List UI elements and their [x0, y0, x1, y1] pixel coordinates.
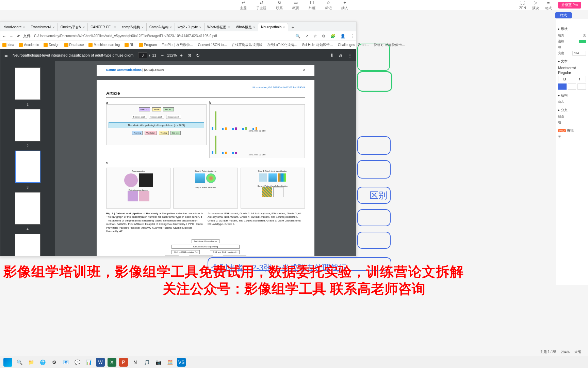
bookmark-item[interactable]: Idea — [2, 43, 14, 47]
bookmark-item[interactable]: FooPlot | 在线数学… — [162, 43, 193, 47]
tool-zen[interactable]: ⛶ZEN — [519, 0, 526, 10]
taskbar-app[interactable]: X — [108, 358, 116, 367]
page-input[interactable] — [138, 52, 147, 58]
browser-tab[interactable]: What-概览× — [233, 23, 258, 31]
bookmark-item[interactable]: 价格对 感知价值卡… — [374, 43, 405, 47]
thumbnail-selected[interactable] — [15, 151, 40, 183]
browser-tab[interactable]: Onekey平台V× — [58, 23, 88, 31]
star-icon[interactable]: ☆ — [313, 34, 317, 39]
taskbar-app[interactable]: 🌐 — [38, 358, 47, 367]
browser-tab[interactable]: key2 - Jupyte× — [175, 23, 205, 31]
taskbar-app[interactable]: 🧮 — [165, 358, 174, 367]
reload-button[interactable]: ⟳ — [17, 34, 20, 38]
tool-boundary[interactable]: ☐外框 — [309, 0, 315, 11]
taskbar-app[interactable]: 📊 — [84, 358, 93, 367]
back-button[interactable]: ← — [2, 34, 6, 38]
align-center-button[interactable] — [568, 83, 576, 90]
style-tab[interactable]: 样式 — [555, 12, 572, 18]
browser-tab[interactable]: What-特征图× — [205, 23, 233, 31]
bookmark-item[interactable]: Database — [64, 43, 84, 47]
close-icon[interactable]: × — [114, 25, 116, 29]
pdf-content[interactable]: Nature Communications | (2023)14:6359 2 … — [55, 61, 356, 256]
print-button[interactable]: 🖨 — [339, 53, 343, 58]
pdf-menu-button[interactable]: ⋮ — [348, 53, 352, 58]
taskbar-app[interactable]: 📧 — [61, 358, 70, 367]
sidebar-toggle-icon[interactable]: ☰ — [4, 53, 8, 58]
bookmark-item[interactable]: Program — [139, 43, 157, 47]
tool-format[interactable]: ≡格式 — [545, 0, 552, 11]
share-icon[interactable]: ↗ — [305, 34, 309, 39]
bookmark-item[interactable]: Sci-Hub: 将知识带… — [302, 43, 333, 47]
stroke-swatch[interactable] — [579, 40, 586, 43]
tool-marker[interactable]: ☆标记 — [325, 0, 332, 11]
browser-tab[interactable]: comp2-结构× — [119, 23, 147, 31]
browser-tab[interactable]: Comp2-结构× — [147, 23, 175, 31]
close-icon[interactable]: × — [83, 25, 85, 29]
browser-tab[interactable]: CANCER CEL× — [88, 23, 119, 31]
taskbar-app[interactable]: 💬 — [73, 358, 82, 367]
browser-tab[interactable]: cloud-share× — [1, 23, 28, 31]
close-icon[interactable]: × — [23, 25, 25, 29]
thumbnail[interactable] — [15, 234, 40, 256]
download-button[interactable]: ⬇ — [330, 53, 334, 58]
tool-summary[interactable]: ▭概要 — [292, 0, 299, 11]
fit-icon[interactable]: ⊡ — [187, 53, 191, 58]
taskbar-app[interactable]: ⚙ — [50, 358, 59, 367]
thumbnail[interactable] — [15, 192, 40, 225]
canvas-node-blue[interactable] — [357, 209, 391, 226]
bold-button[interactable]: B — [558, 76, 571, 82]
bookmark-item[interactable]: MachineLearning — [88, 43, 120, 47]
canvas-node-blue[interactable] — [357, 232, 391, 249]
thumbnail-panel[interactable]: 1 2 3 4 5 — [0, 61, 55, 256]
close-icon[interactable]: × — [142, 25, 144, 29]
bookmark-item[interactable]: 在线LaTeX公式编… — [267, 43, 297, 47]
align-right-button[interactable] — [577, 83, 586, 90]
zoom-status[interactable]: 284% — [561, 350, 570, 354]
italic-button[interactable]: I — [573, 76, 586, 82]
bookmark-item[interactable]: Challenges - Gran… — [338, 43, 369, 47]
close-icon[interactable]: × — [199, 25, 201, 29]
close-icon[interactable]: × — [170, 25, 172, 29]
fill-value[interactable]: 无 — [583, 33, 586, 38]
tool-present[interactable]: ▷演说 — [532, 0, 539, 11]
canvas-node-blue[interactable] — [357, 160, 391, 179]
bookmark-item[interactable]: Design — [44, 43, 59, 47]
taskbar-app[interactable]: P — [119, 358, 128, 367]
tool-insert[interactable]: +插入 — [341, 0, 348, 11]
tool-theme[interactable]: ↩主题 — [240, 0, 247, 11]
taskbar-app[interactable]: 📷 — [154, 358, 163, 367]
canvas-node-selected[interactable] — [357, 72, 392, 91]
close-icon[interactable]: × — [283, 25, 285, 29]
search-icon[interactable]: 🔍 — [295, 34, 300, 39]
canvas-node[interactable] — [357, 44, 390, 71]
browser-tab-active[interactable]: Neuropatholo× — [258, 23, 288, 31]
close-icon[interactable]: × — [228, 25, 230, 29]
outline-toggle[interactable]: 大纲 — [574, 350, 581, 354]
zoom-in-button[interactable]: + — [180, 53, 183, 58]
close-icon[interactable]: × — [52, 25, 54, 29]
upgrade-pro-button[interactable]: 升级至 Pro — [558, 2, 581, 9]
gear-icon[interactable]: ⚙ — [322, 34, 326, 39]
tool-link[interactable]: ↻联系 — [276, 0, 283, 11]
new-tab-button[interactable]: + — [288, 23, 298, 31]
thumbnail[interactable] — [15, 109, 40, 141]
font-weight[interactable]: Regular — [558, 71, 586, 75]
taskbar-app[interactable]: 🔍 — [15, 358, 24, 367]
taskbar-app[interactable]: 📁 — [27, 358, 35, 367]
browser-tab[interactable]: Transformer-i× — [28, 23, 58, 31]
menu-icon[interactable]: ⋮ — [350, 34, 354, 39]
doi-link[interactable]: https://doi.org/10.1038/s41467-023-41195… — [252, 86, 305, 96]
zoom-out-button[interactable]: − — [161, 53, 164, 58]
thumbnail[interactable] — [15, 67, 40, 100]
forward-button[interactable]: → — [10, 34, 13, 38]
profile-icon[interactable]: 👤 — [340, 34, 345, 39]
bookmark-item[interactable]: Academic — [19, 43, 39, 47]
align-left-button[interactable] — [558, 83, 567, 90]
canvas-node-blue[interactable] — [357, 136, 391, 155]
close-icon[interactable]: × — [253, 25, 255, 29]
taskbar-app[interactable]: N — [131, 358, 140, 367]
width-input[interactable] — [572, 51, 586, 56]
bookmark-item[interactable]: 在线正则表达式测试 — [232, 43, 262, 47]
tool-subtheme[interactable]: ⇄子主题 — [256, 0, 266, 11]
rotate-icon[interactable]: ↻ — [196, 53, 200, 58]
